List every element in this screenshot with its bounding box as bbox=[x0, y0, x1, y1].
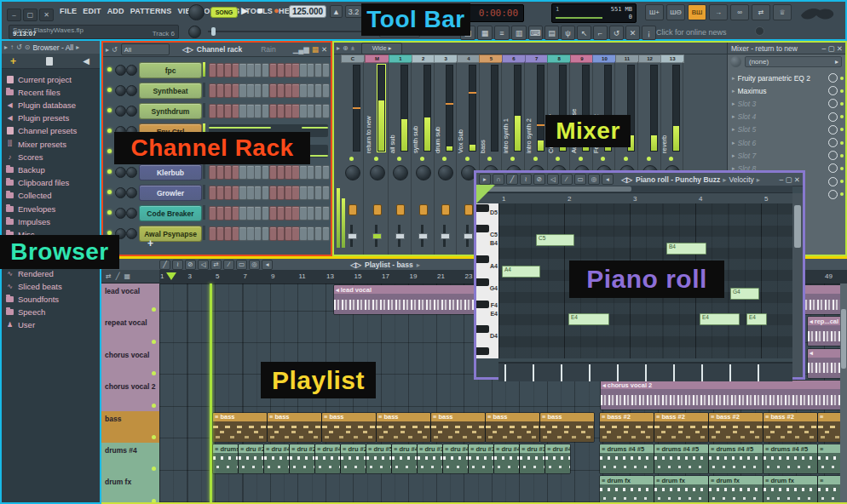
playlist-track-repeat-vocal[interactable]: repeat vocal bbox=[101, 315, 160, 347]
stereo-sep-slider[interactable] bbox=[375, 225, 377, 247]
clip-bass[interactable]: ≡bass bbox=[321, 412, 377, 443]
velocity-bar[interactable] bbox=[673, 364, 675, 381]
add-icon[interactable]: + bbox=[10, 55, 16, 67]
slot-knob[interactable] bbox=[730, 56, 741, 67]
news-link[interactable]: Click for online news bbox=[656, 28, 727, 37]
slider-handle[interactable] bbox=[395, 233, 405, 239]
shuttle-handle[interactable] bbox=[211, 27, 216, 36]
project-info-button[interactable]: ▤ bbox=[544, 26, 559, 40]
browser-item-speech[interactable]: Speech bbox=[5, 306, 98, 318]
browser-item-clipboard-files[interactable]: Clipboard files bbox=[5, 177, 98, 189]
velocity-bar[interactable] bbox=[645, 364, 647, 381]
mixer-fader[interactable] bbox=[469, 65, 476, 152]
cut-tool-button[interactable]: ✕ bbox=[625, 26, 640, 40]
menu-edit[interactable]: EDIT bbox=[83, 7, 101, 15]
file-filter-icon[interactable] bbox=[46, 57, 53, 66]
mixer-track-led[interactable] bbox=[601, 157, 605, 161]
brush-tool-button[interactable]: ≀ bbox=[520, 174, 532, 185]
mixer-fader[interactable] bbox=[424, 65, 431, 152]
refresh-icon[interactable]: ↺ bbox=[16, 43, 22, 51]
clip-bass[interactable]: ≡bass bbox=[485, 412, 540, 443]
midi-note-A4[interactable]: A4 bbox=[502, 266, 540, 278]
pan-knob[interactable] bbox=[115, 208, 126, 219]
foot-pedal-button[interactable]: ⌐ bbox=[593, 26, 608, 40]
channel-button[interactable]: Synthdrum bbox=[139, 103, 202, 119]
effect-slot-3[interactable]: ▸Slot 3 bbox=[729, 97, 844, 110]
mixer-strip-1[interactable]: all sub bbox=[389, 61, 412, 255]
step-cell[interactable] bbox=[216, 206, 224, 220]
step-cell[interactable] bbox=[314, 83, 322, 98]
step-cell[interactable] bbox=[269, 226, 277, 241]
slot-mix-knob[interactable] bbox=[828, 112, 838, 122]
rack-menu-icon[interactable]: ▸ bbox=[106, 46, 109, 54]
close-icon[interactable]: ✕ bbox=[321, 45, 327, 54]
browser-item-current-project[interactable]: Current project bbox=[5, 73, 98, 85]
channel-led[interactable] bbox=[107, 210, 112, 215]
velocity-menu[interactable]: Velocity bbox=[729, 175, 754, 184]
slot-mix-knob[interactable] bbox=[828, 125, 838, 135]
playlist-track-chorus-vocal-2[interactable]: chorus vocal 2 bbox=[101, 379, 160, 411]
playlist-track-bass[interactable]: bass bbox=[101, 411, 160, 444]
velocity-bar[interactable] bbox=[729, 364, 731, 381]
slice-tool-button[interactable]: ∕ bbox=[561, 174, 573, 185]
step-cell[interactable] bbox=[216, 63, 224, 77]
mic-tool-button[interactable]: ¡ bbox=[642, 26, 656, 40]
keys-plus-button[interactable]: Ш+ bbox=[645, 4, 664, 20]
playlist-track-chorus-vocal[interactable]: chorus vocal bbox=[101, 347, 160, 380]
plugin-picker-button[interactable]: ψ bbox=[561, 26, 575, 40]
step-cell[interactable] bbox=[322, 63, 330, 77]
mixer-track-led[interactable] bbox=[465, 157, 470, 161]
mixer-pan-knob[interactable] bbox=[370, 165, 385, 180]
step-cell[interactable] bbox=[322, 206, 330, 220]
brush-tool-button[interactable]: ≀ bbox=[172, 260, 183, 270]
clip-bass[interactable]: ≡bass bbox=[430, 412, 486, 443]
step-cell[interactable] bbox=[262, 165, 269, 180]
mixer-track-led[interactable] bbox=[533, 157, 538, 161]
slot-enable-led[interactable] bbox=[840, 180, 844, 183]
browser-item-channel-presets[interactable]: Channel presets bbox=[5, 125, 98, 137]
link-notes-button[interactable]: ∞ bbox=[730, 4, 749, 20]
channel-led[interactable] bbox=[107, 108, 112, 112]
record-arm-toggle[interactable] bbox=[349, 204, 357, 215]
velocity-bar[interactable] bbox=[504, 364, 506, 381]
browser-item-collected[interactable]: Collected bbox=[5, 190, 98, 202]
playlist-track-drums-#4[interactable]: drums #4 bbox=[101, 443, 160, 475]
midi-note-G4[interactable]: G4 bbox=[730, 288, 759, 300]
keyboard-editor-icon[interactable]: ▦ bbox=[312, 45, 319, 54]
pencil-tool-button[interactable]: ╱ bbox=[159, 260, 170, 270]
clip-dru-#5[interactable]: ≡dru #5 bbox=[366, 444, 392, 474]
step-cell[interactable] bbox=[209, 206, 216, 220]
mixer-track-led[interactable] bbox=[397, 157, 401, 161]
step-cell[interactable] bbox=[314, 63, 322, 77]
slot-arrow-icon[interactable]: ▸ bbox=[732, 140, 735, 146]
black-key[interactable] bbox=[476, 278, 489, 286]
step-cell[interactable] bbox=[269, 206, 277, 220]
magnet-tool-button[interactable]: ∩ bbox=[493, 174, 504, 185]
mixer-fader[interactable] bbox=[537, 65, 544, 152]
browser-item-impulses[interactable]: Impulses bbox=[5, 215, 98, 227]
velocity-bar[interactable] bbox=[617, 364, 619, 381]
slot-arrow-icon[interactable]: ▸ bbox=[732, 88, 735, 94]
velocity-bar[interactable] bbox=[533, 364, 534, 381]
touch-keyboard-button[interactable]: ⌨ bbox=[528, 26, 543, 40]
velocity-bar[interactable] bbox=[589, 364, 591, 381]
clip-dru-#4[interactable]: ≡dru #4 bbox=[391, 444, 418, 474]
record-arm-toggle[interactable] bbox=[464, 204, 473, 215]
clip-bass[interactable]: ≡bass bbox=[267, 412, 322, 443]
slot-arrow-icon[interactable]: ▸ bbox=[732, 126, 735, 133]
clip-drum-fx[interactable]: ≡drum fx bbox=[708, 475, 763, 504]
slot-mix-knob[interactable] bbox=[828, 151, 838, 160]
clip-drums-#4-#5[interactable]: ≡drums #4 #5 bbox=[599, 444, 654, 474]
volume-knob[interactable] bbox=[126, 167, 137, 178]
menu-add[interactable]: ADD bbox=[107, 7, 124, 15]
step-cell[interactable] bbox=[224, 104, 232, 118]
velocity-lane[interactable] bbox=[498, 362, 792, 381]
pan-knob[interactable] bbox=[115, 167, 126, 178]
step-cell[interactable] bbox=[262, 226, 269, 241]
step-cell[interactable] bbox=[269, 186, 277, 200]
mixer-strip-M[interactable]: return to new bbox=[365, 61, 389, 255]
pan-knob[interactable] bbox=[115, 106, 126, 117]
clip-bass[interactable]: ≡bass bbox=[539, 412, 595, 443]
slider-handle[interactable] bbox=[348, 233, 357, 239]
clip-drums-#4-#5[interactable]: ≡drums #4 #5 bbox=[654, 444, 709, 474]
